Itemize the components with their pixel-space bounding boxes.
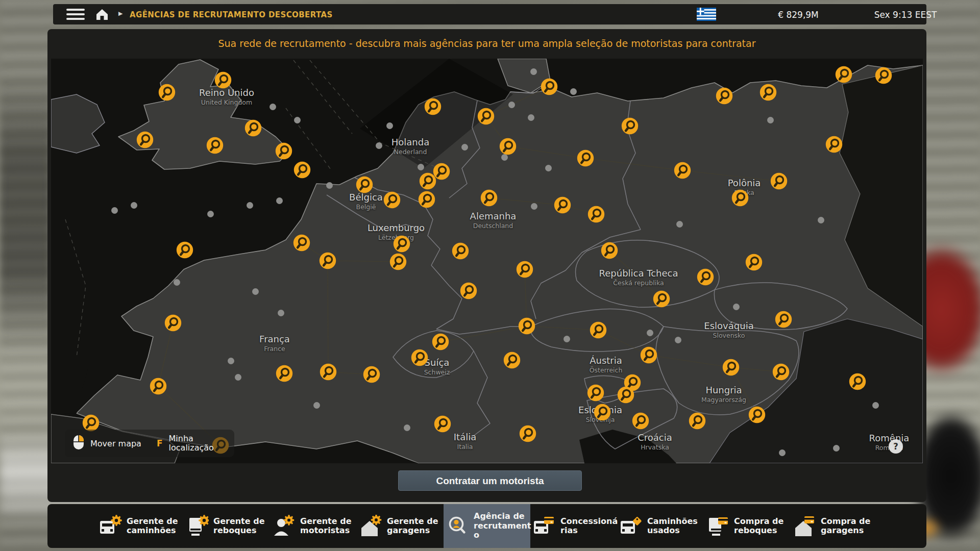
home-icon[interactable] xyxy=(95,8,109,21)
agency-marker[interactable] xyxy=(621,117,639,135)
agency-marker[interactable] xyxy=(363,366,380,383)
undiscovered-city-dot xyxy=(767,117,774,123)
agency-marker[interactable] xyxy=(320,363,337,381)
truck-card-icon xyxy=(533,515,556,537)
agency-marker[interactable] xyxy=(519,425,536,442)
tab-ag-ncia-de-recrutament-o[interactable]: Agência derecrutamento xyxy=(444,504,530,548)
menu-icon[interactable] xyxy=(66,9,85,20)
agency-marker[interactable] xyxy=(389,253,407,270)
tab-label: Compra dereboques xyxy=(734,517,783,536)
agency-marker[interactable] xyxy=(411,349,428,366)
tab-concession-rias[interactable]: Concessionárias xyxy=(530,504,617,548)
tab-label: Compra degaragens xyxy=(821,517,870,536)
greece-flag-icon[interactable] xyxy=(697,8,716,21)
agency-marker[interactable] xyxy=(419,172,436,190)
agency-marker[interactable] xyxy=(601,242,618,259)
hire-driver-button[interactable]: Contratar um motorista xyxy=(398,470,582,491)
agency-marker[interactable] xyxy=(356,176,373,193)
agency-marker[interactable] xyxy=(541,78,558,95)
agency-marker[interactable] xyxy=(383,191,401,209)
undiscovered-city-dot xyxy=(207,211,214,217)
agency-marker[interactable] xyxy=(835,66,852,83)
agency-marker[interactable] xyxy=(716,87,733,105)
agency-marker[interactable] xyxy=(770,172,788,190)
agency-marker[interactable] xyxy=(293,161,311,179)
agency-marker[interactable] xyxy=(849,373,866,390)
agency-marker[interactable] xyxy=(653,290,670,308)
agency-marker[interactable] xyxy=(206,137,224,154)
tab-compra-de-garagens[interactable]: Compra degaragens xyxy=(791,504,877,548)
agency-marker[interactable] xyxy=(760,84,777,101)
tab-label: Agência derecrutamento xyxy=(474,512,531,540)
agency-marker[interactable] xyxy=(697,268,714,286)
agency-marker[interactable] xyxy=(393,235,410,253)
agency-marker[interactable] xyxy=(452,242,469,260)
tab-caminh-es-usados[interactable]: Caminhõesusados xyxy=(617,504,704,548)
tab-gerente-de-reboques[interactable]: Gerente dereboques xyxy=(183,504,270,548)
agency-marker[interactable] xyxy=(150,378,167,395)
agency-marker[interactable] xyxy=(460,282,477,299)
agency-marker[interactable] xyxy=(875,67,892,84)
undiscovered-city-dot xyxy=(545,165,552,171)
agency-marker[interactable] xyxy=(276,365,293,382)
agency-marker[interactable] xyxy=(319,252,336,269)
agency-marker[interactable] xyxy=(503,352,521,369)
agency-marker[interactable] xyxy=(587,384,604,402)
agency-marker[interactable] xyxy=(424,98,442,115)
agency-marker[interactable] xyxy=(554,196,571,214)
tab-gerente-de-caminh-es[interactable]: Gerente decaminhões xyxy=(96,504,183,548)
agency-marker[interactable] xyxy=(164,314,182,332)
my-location-label[interactable]: Minha localização xyxy=(169,434,226,453)
agency-marker[interactable] xyxy=(617,386,634,404)
europe-agency-map[interactable]: Reino UnidoUnited KingdomHolandaNederlan… xyxy=(51,59,923,463)
agency-marker[interactable] xyxy=(775,311,792,328)
tab-gerente-de-motoristas[interactable]: Gerente demotoristas xyxy=(270,504,357,548)
undiscovered-city-dot xyxy=(676,221,683,228)
undiscovered-city-dot xyxy=(252,288,259,295)
move-map-label: Mover mapa xyxy=(90,439,141,448)
agency-marker[interactable] xyxy=(590,321,607,339)
agency-marker[interactable] xyxy=(674,162,691,179)
agency-marker[interactable] xyxy=(640,346,657,364)
agency-marker[interactable] xyxy=(499,138,517,155)
agency-marker[interactable] xyxy=(577,149,594,167)
undiscovered-city-dot xyxy=(131,202,137,209)
agency-marker[interactable] xyxy=(825,136,843,153)
undiscovered-city-dot xyxy=(779,449,786,456)
undiscovered-city-dot xyxy=(174,279,180,286)
undiscovered-city-dot xyxy=(461,144,468,151)
help-button[interactable]: ? xyxy=(889,439,903,454)
agency-marker[interactable] xyxy=(136,131,154,148)
agency-marker[interactable] xyxy=(293,234,310,252)
agency-marker[interactable] xyxy=(731,189,749,207)
truck-tag-icon xyxy=(620,515,643,537)
agency-marker[interactable] xyxy=(480,189,498,207)
garage-gear-icon xyxy=(360,515,382,537)
truck-gear-icon xyxy=(100,515,122,537)
trailer-gear-icon xyxy=(186,515,209,537)
agency-marker[interactable] xyxy=(477,108,495,125)
agency-marker[interactable] xyxy=(214,71,232,89)
agency-marker[interactable] xyxy=(82,414,100,432)
agency-marker[interactable] xyxy=(518,317,535,335)
agency-marker[interactable] xyxy=(594,404,611,421)
agency-marker[interactable] xyxy=(244,119,262,137)
agency-marker[interactable] xyxy=(748,406,766,423)
agency-marker[interactable] xyxy=(418,191,435,208)
agency-marker[interactable] xyxy=(434,415,451,433)
agency-marker[interactable] xyxy=(432,333,449,350)
agency-marker[interactable] xyxy=(158,84,176,101)
agency-marker[interactable] xyxy=(176,241,193,259)
undiscovered-city-dot xyxy=(418,164,424,170)
agency-marker[interactable] xyxy=(689,412,706,430)
agency-marker[interactable] xyxy=(632,412,649,430)
tab-gerente-de-garagens[interactable]: Gerente degaragens xyxy=(357,504,444,548)
agency-marker[interactable] xyxy=(772,363,790,381)
agency-marker[interactable] xyxy=(275,142,292,160)
agency-marker[interactable] xyxy=(516,261,533,278)
tab-compra-de-reboques[interactable]: Compra dereboques xyxy=(704,504,791,548)
agency-marker[interactable] xyxy=(722,359,740,376)
undiscovered-city-dot xyxy=(675,337,681,343)
agency-marker[interactable] xyxy=(587,206,605,223)
agency-marker[interactable] xyxy=(745,254,763,271)
